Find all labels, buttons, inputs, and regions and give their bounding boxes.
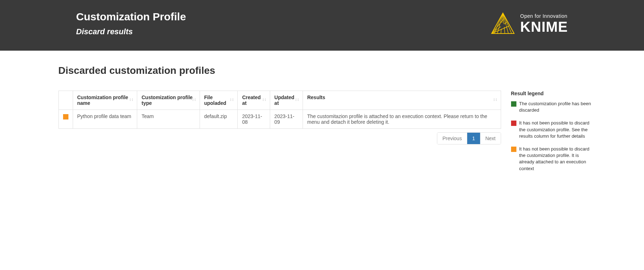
table-header-row: Customization profile name Customization… xyxy=(58,91,501,110)
svg-marker-32 xyxy=(494,100,495,101)
result-legend: Result legend The customization profile … xyxy=(511,91,593,178)
sort-icon xyxy=(263,97,267,103)
legend-red-icon xyxy=(511,121,516,126)
svg-marker-28 xyxy=(295,100,297,101)
status-square-icon xyxy=(63,114,68,119)
cell-results: The customitazion profile is attached to… xyxy=(303,110,501,129)
legend-green-text: The customization profile has been disca… xyxy=(519,101,593,113)
svg-marker-29 xyxy=(298,98,299,100)
col-results[interactable]: Results xyxy=(303,91,501,110)
svg-marker-30 xyxy=(298,100,299,101)
legend-red-text: It has not been possible to discard the … xyxy=(519,120,593,139)
svg-marker-19 xyxy=(230,98,231,100)
svg-marker-20 xyxy=(230,100,231,101)
svg-marker-22 xyxy=(232,100,233,101)
svg-marker-21 xyxy=(232,98,233,100)
col-results-label: Results xyxy=(307,95,325,100)
page-1-button[interactable]: 1 xyxy=(467,133,480,144)
svg-marker-23 xyxy=(263,98,264,100)
knime-triangle-icon xyxy=(490,11,515,36)
legend-item-orange: It has not been possible to discard the … xyxy=(511,146,593,172)
col-created[interactable]: Created at xyxy=(238,91,270,110)
svg-marker-26 xyxy=(265,100,266,101)
previous-button[interactable]: Previous xyxy=(437,133,467,144)
logo-name: KNIME xyxy=(520,20,568,34)
legend-orange-icon xyxy=(511,147,516,152)
sort-icon xyxy=(192,97,197,103)
profiles-table: Customization profile name Customization… xyxy=(58,91,501,129)
next-button[interactable]: Next xyxy=(480,133,501,144)
svg-line-6 xyxy=(503,13,512,34)
svg-marker-15 xyxy=(192,98,194,100)
col-updated-label: Updated at xyxy=(274,95,294,106)
legend-item-green: The customization profile has been disca… xyxy=(511,101,593,113)
svg-marker-11 xyxy=(130,98,131,100)
legend-orange-text: It has not been possible to discard the … xyxy=(519,146,593,172)
col-status[interactable] xyxy=(58,91,73,110)
svg-marker-16 xyxy=(192,100,194,101)
header-bar: Customization Profile Discard results Op… xyxy=(0,0,644,51)
page-subtitle: Discard results xyxy=(76,27,186,36)
col-name-label: Customization profile name xyxy=(77,95,128,106)
svg-marker-31 xyxy=(494,98,495,100)
col-type[interactable]: Customization profile type xyxy=(137,91,200,110)
cell-name: Python profile data team xyxy=(73,110,137,129)
logo-tagline: Open for Innovation xyxy=(520,13,568,19)
legend-item-red: It has not been possible to discard the … xyxy=(511,120,593,139)
col-created-label: Created at xyxy=(242,95,261,106)
cell-status xyxy=(58,110,73,129)
svg-marker-18 xyxy=(195,100,196,101)
col-updated[interactable]: Updated at xyxy=(270,91,303,110)
svg-marker-33 xyxy=(496,98,497,100)
col-file-label: File upoladed xyxy=(204,95,226,106)
sort-icon xyxy=(295,97,300,103)
cell-file: default.zip xyxy=(200,110,238,129)
legend-title: Result legend xyxy=(511,91,593,96)
col-file[interactable]: File upoladed xyxy=(200,91,238,110)
svg-marker-24 xyxy=(263,100,264,101)
cell-updated: 2023-11-09 xyxy=(270,110,303,129)
sort-icon xyxy=(230,97,235,103)
section-title: Discarded customization profiles xyxy=(58,65,597,76)
page-title: Customization Profile xyxy=(76,11,186,23)
svg-marker-0 xyxy=(491,13,514,34)
table-row: Python profile data team Team default.zi… xyxy=(58,110,501,129)
cell-type: Team xyxy=(137,110,200,129)
legend-green-icon xyxy=(511,101,516,107)
cell-created: 2023-11-08 xyxy=(238,110,270,129)
svg-marker-13 xyxy=(132,98,133,100)
knime-logo: Open for Innovation KNIME xyxy=(490,11,568,36)
col-type-label: Customization profile type xyxy=(141,95,192,106)
svg-marker-34 xyxy=(496,100,497,101)
svg-marker-17 xyxy=(195,98,196,100)
col-name[interactable]: Customization profile name xyxy=(73,91,137,110)
svg-marker-14 xyxy=(132,100,133,101)
svg-marker-27 xyxy=(295,98,297,100)
sort-icon xyxy=(130,97,134,103)
pagination: Previous 1 Next xyxy=(58,132,501,144)
sort-icon xyxy=(494,97,498,103)
svg-marker-25 xyxy=(265,98,266,100)
svg-marker-12 xyxy=(130,100,131,101)
